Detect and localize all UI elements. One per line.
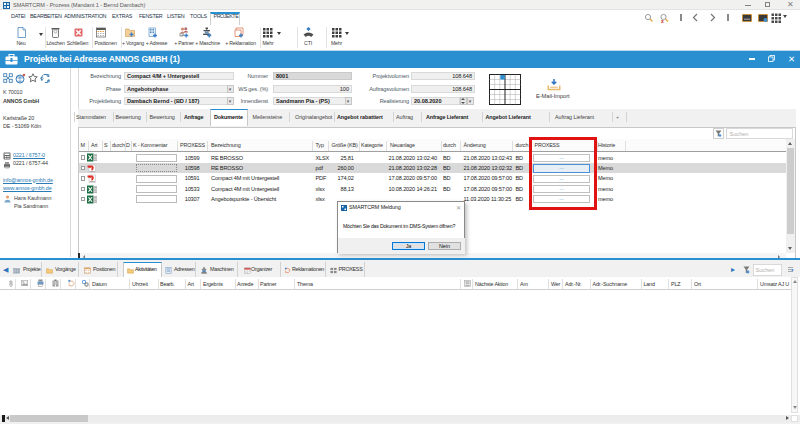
svg-text:CD: CD — [180, 33, 184, 37]
svg-text:x: x — [661, 18, 664, 23]
